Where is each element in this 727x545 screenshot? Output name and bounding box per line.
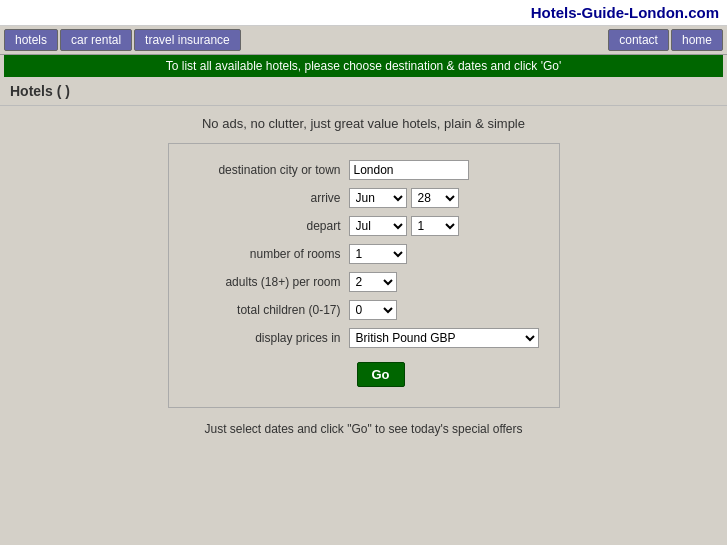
page-title: Hotels ( ) [10, 83, 70, 99]
nav-travel-insurance[interactable]: travel insurance [134, 29, 241, 51]
depart-row: depart JanFebMarAprMayJunJulAugSepOctNov… [189, 216, 539, 236]
message-text: To list all available hotels, please cho… [166, 59, 561, 73]
bottom-note: Just select dates and click "Go" to see … [0, 422, 727, 436]
rooms-label: number of rooms [189, 247, 349, 261]
children-row: total children (0-17) 012345678 [189, 300, 539, 320]
currency-label: display prices in [189, 331, 349, 345]
page-title-bar: Hotels ( ) [0, 77, 727, 106]
site-header: Hotels-Guide-London.com [0, 0, 727, 26]
currency-row: display prices in British Pound GBP US D… [189, 328, 539, 348]
depart-day-select[interactable]: 1234567891011121314151617181920212223242… [411, 216, 459, 236]
rooms-row: number of rooms 12345678910 [189, 244, 539, 264]
rooms-select[interactable]: 12345678910 [349, 244, 407, 264]
nav-car-rental[interactable]: car rental [60, 29, 132, 51]
children-select[interactable]: 012345678 [349, 300, 397, 320]
adults-label: adults (18+) per room [189, 275, 349, 289]
currency-select[interactable]: British Pound GBP US Dollar USD Euro EUR… [349, 328, 539, 348]
children-label: total children (0-17) [189, 303, 349, 317]
adults-row: adults (18+) per room 12345678 [189, 272, 539, 292]
go-button[interactable]: Go [357, 362, 405, 387]
destination-label: destination city or town [189, 163, 349, 177]
arrive-month-select[interactable]: JanFebMarAprMayJunJulAugSepOctNovDec [349, 188, 407, 208]
tagline: No ads, no clutter, just great value hot… [0, 116, 727, 131]
nav-home[interactable]: home [671, 29, 723, 51]
site-title[interactable]: Hotels-Guide-London.com [531, 4, 719, 21]
main-content: No ads, no clutter, just great value hot… [0, 106, 727, 446]
navbar: hotels car rental travel insurance conta… [0, 26, 727, 55]
message-bar: To list all available hotels, please cho… [4, 55, 723, 77]
arrive-row: arrive JanFebMarAprMayJunJulAugSepOctNov… [189, 188, 539, 208]
depart-label: depart [189, 219, 349, 233]
nav-hotels[interactable]: hotels [4, 29, 58, 51]
search-form: destination city or town arrive JanFebMa… [168, 143, 560, 408]
adults-select[interactable]: 12345678 [349, 272, 397, 292]
destination-input[interactable] [349, 160, 469, 180]
nav-contact[interactable]: contact [608, 29, 669, 51]
depart-month-select[interactable]: JanFebMarAprMayJunJulAugSepOctNovDec [349, 216, 407, 236]
destination-row: destination city or town [189, 160, 539, 180]
arrive-label: arrive [189, 191, 349, 205]
arrive-day-select[interactable]: 1234567891011121314151617181920212223242… [411, 188, 459, 208]
